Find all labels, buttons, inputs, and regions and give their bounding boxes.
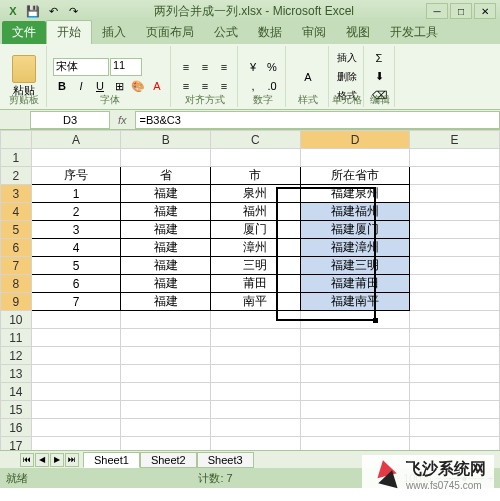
- sheet-nav-next-icon[interactable]: ▶: [50, 453, 64, 467]
- cell[interactable]: [410, 185, 500, 203]
- fill-icon[interactable]: ⬇: [370, 68, 388, 86]
- cell[interactable]: [410, 419, 500, 437]
- col-header-b[interactable]: B: [121, 131, 211, 149]
- cell[interactable]: [410, 311, 500, 329]
- font-name-select[interactable]: 宋体: [53, 58, 109, 76]
- row-header[interactable]: 13: [1, 365, 32, 383]
- row-header[interactable]: 12: [1, 347, 32, 365]
- row-header[interactable]: 11: [1, 329, 32, 347]
- cell[interactable]: [211, 365, 301, 383]
- cell[interactable]: 所在省市: [300, 167, 409, 185]
- col-header-e[interactable]: E: [410, 131, 500, 149]
- cell[interactable]: [300, 419, 409, 437]
- cell[interactable]: [31, 401, 121, 419]
- cell[interactable]: 6: [31, 275, 121, 293]
- row-header[interactable]: 4: [1, 203, 32, 221]
- cell[interactable]: 泉州: [211, 185, 301, 203]
- cell[interactable]: 福建福州: [300, 203, 409, 221]
- row-header[interactable]: 7: [1, 257, 32, 275]
- cell[interactable]: 福建南平: [300, 293, 409, 311]
- row-header[interactable]: 16: [1, 419, 32, 437]
- cell[interactable]: 福建泉州: [300, 185, 409, 203]
- cell[interactable]: 序号: [31, 167, 121, 185]
- cell[interactable]: [410, 221, 500, 239]
- cell[interactable]: [300, 383, 409, 401]
- cell[interactable]: 3: [31, 221, 121, 239]
- tab-developer[interactable]: 开发工具: [380, 21, 448, 44]
- align-top-icon[interactable]: ≡: [177, 58, 195, 76]
- cell[interactable]: [121, 365, 211, 383]
- cell[interactable]: [410, 149, 500, 167]
- formula-input[interactable]: =B3&C3: [135, 111, 500, 129]
- cell[interactable]: [31, 365, 121, 383]
- sheet-tab-2[interactable]: Sheet2: [140, 452, 197, 468]
- cell[interactable]: 1: [31, 185, 121, 203]
- cell[interactable]: 福建: [121, 257, 211, 275]
- cell[interactable]: 福建三明: [300, 257, 409, 275]
- percent-icon[interactable]: %: [263, 58, 281, 76]
- cell[interactable]: 福建漳州: [300, 239, 409, 257]
- cell[interactable]: 福建: [121, 239, 211, 257]
- cell[interactable]: [31, 437, 121, 451]
- cell[interactable]: 7: [31, 293, 121, 311]
- sheet-tab-3[interactable]: Sheet3: [197, 452, 254, 468]
- tab-home[interactable]: 开始: [46, 20, 92, 44]
- cell[interactable]: [410, 383, 500, 401]
- cell[interactable]: [211, 401, 301, 419]
- cell[interactable]: 市: [211, 167, 301, 185]
- cell[interactable]: [300, 365, 409, 383]
- cell[interactable]: [410, 257, 500, 275]
- row-header[interactable]: 9: [1, 293, 32, 311]
- cell[interactable]: [121, 437, 211, 451]
- fill-handle[interactable]: [373, 318, 378, 323]
- excel-icon[interactable]: X: [4, 2, 22, 20]
- tab-view[interactable]: 视图: [336, 21, 380, 44]
- cell[interactable]: [410, 275, 500, 293]
- cell[interactable]: 4: [31, 239, 121, 257]
- autosum-icon[interactable]: Σ: [370, 49, 388, 67]
- cell[interactable]: [410, 239, 500, 257]
- cell[interactable]: [300, 401, 409, 419]
- cell[interactable]: [410, 347, 500, 365]
- cell[interactable]: [211, 383, 301, 401]
- row-header[interactable]: 8: [1, 275, 32, 293]
- tab-page-layout[interactable]: 页面布局: [136, 21, 204, 44]
- row-header[interactable]: 14: [1, 383, 32, 401]
- cell[interactable]: [300, 437, 409, 451]
- delete-cells-button[interactable]: 删除: [335, 68, 359, 86]
- cell[interactable]: [211, 347, 301, 365]
- sheet-nav-prev-icon[interactable]: ◀: [35, 453, 49, 467]
- cell[interactable]: [211, 311, 301, 329]
- cell[interactable]: [410, 329, 500, 347]
- cell[interactable]: 厦门: [211, 221, 301, 239]
- cell[interactable]: 5: [31, 257, 121, 275]
- cell[interactable]: [121, 149, 211, 167]
- tab-insert[interactable]: 插入: [92, 21, 136, 44]
- cell[interactable]: 福建: [121, 275, 211, 293]
- row-header[interactable]: 17: [1, 437, 32, 451]
- cell[interactable]: [121, 383, 211, 401]
- cell[interactable]: [300, 329, 409, 347]
- cell[interactable]: 福建: [121, 221, 211, 239]
- row-header[interactable]: 5: [1, 221, 32, 239]
- undo-icon[interactable]: ↶: [44, 2, 62, 20]
- insert-cells-button[interactable]: 插入: [335, 49, 359, 67]
- cell[interactable]: [410, 437, 500, 451]
- col-header-d[interactable]: D: [300, 131, 409, 149]
- cell[interactable]: [300, 149, 409, 167]
- sheet-nav-first-icon[interactable]: ⏮: [20, 453, 34, 467]
- cell[interactable]: [211, 437, 301, 451]
- cell[interactable]: 三明: [211, 257, 301, 275]
- cell[interactable]: [300, 347, 409, 365]
- cell[interactable]: [211, 419, 301, 437]
- sheet-tab-1[interactable]: Sheet1: [83, 452, 140, 468]
- minimize-button[interactable]: ─: [426, 3, 448, 19]
- sheet-nav-last-icon[interactable]: ⏭: [65, 453, 79, 467]
- cell[interactable]: [121, 311, 211, 329]
- cell[interactable]: [31, 347, 121, 365]
- align-middle-icon[interactable]: ≡: [196, 58, 214, 76]
- row-header[interactable]: 2: [1, 167, 32, 185]
- cell[interactable]: [121, 329, 211, 347]
- select-all-corner[interactable]: [1, 131, 32, 149]
- cell[interactable]: [121, 419, 211, 437]
